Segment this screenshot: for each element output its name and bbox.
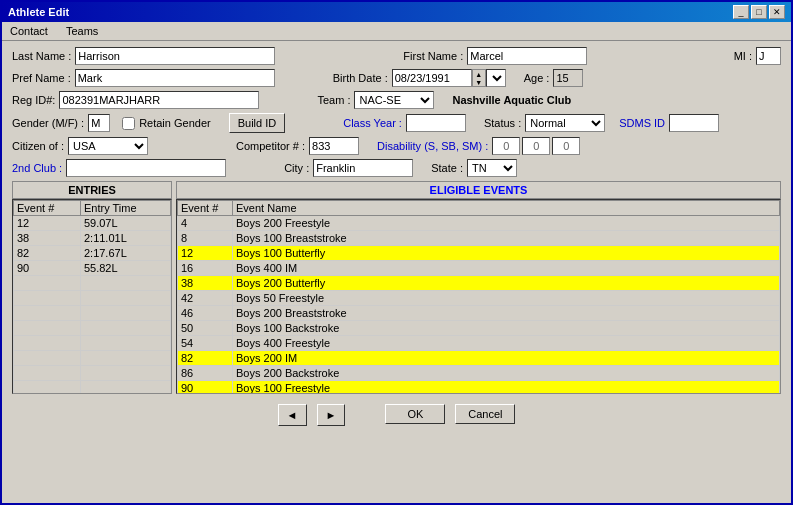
maximize-button[interactable]: □: [751, 5, 767, 19]
empty-event-cell: [14, 366, 81, 381]
table-row[interactable]: 82Boys 200 IM: [178, 351, 780, 366]
table-row[interactable]: 46Boys 200 Breaststroke: [178, 306, 780, 321]
table-row: [14, 276, 171, 291]
table-row: [14, 366, 171, 381]
empty-time-cell: [80, 351, 170, 366]
retain-gender-label: Retain Gender: [139, 117, 211, 129]
events-title: ELIGIBLE EVENTS: [176, 181, 781, 199]
close-button[interactable]: ✕: [769, 5, 785, 19]
gender-input[interactable]: [88, 114, 110, 132]
menu-contact[interactable]: Contact: [6, 24, 52, 38]
eligible-event-num-cell: 42: [178, 291, 233, 306]
birth-date-input[interactable]: [392, 69, 472, 87]
eligible-event-name-cell: Boys 100 Backstroke: [233, 321, 780, 336]
disability-label[interactable]: Disability (S, SB, SM) :: [377, 140, 488, 152]
eligible-event-name-cell: Boys 100 Freestyle: [233, 381, 780, 395]
table-row[interactable]: 4Boys 200 Freestyle: [178, 216, 780, 231]
team-select[interactable]: NAC-SE: [354, 91, 434, 109]
empty-time-cell: [80, 276, 170, 291]
entries-table-scroll[interactable]: Event # Entry Time 1259.07L382:11.01L822…: [12, 199, 172, 394]
eligible-event-name-cell: Boys 200 IM: [233, 351, 780, 366]
table-row[interactable]: 12Boys 100 Butterfly: [178, 246, 780, 261]
window-title: Athlete Edit: [8, 6, 69, 18]
eligible-event-name-cell: Boys 200 Butterfly: [233, 276, 780, 291]
table-row[interactable]: 822:17.67L: [14, 246, 171, 261]
eligible-event-name-cell: Boys 50 Freestyle: [233, 291, 780, 306]
citizen-competitor-row: Citizen of : USA Competitor # : Disabili…: [12, 137, 781, 155]
disability-s-input[interactable]: [492, 137, 520, 155]
club-city-row: 2nd Club : City : State : TN: [12, 159, 781, 177]
birth-date-down[interactable]: ▼: [473, 78, 485, 86]
disability-sb-input[interactable]: [522, 137, 550, 155]
reg-id-input[interactable]: [59, 91, 259, 109]
class-year-link[interactable]: Class Year :: [343, 117, 402, 129]
table-row[interactable]: 42Boys 50 Freestyle: [178, 291, 780, 306]
table-row[interactable]: 8Boys 100 Breaststroke: [178, 231, 780, 246]
events-table-scroll[interactable]: Event # Event Name 4Boys 200 Freestyle8B…: [176, 199, 781, 394]
retain-gender-checkbox[interactable]: [122, 117, 135, 130]
eligible-event-num-cell: 8: [178, 231, 233, 246]
age-label: Age :: [524, 72, 550, 84]
events-col-event: Event #: [178, 201, 233, 216]
empty-event-cell: [14, 381, 81, 395]
last-name-input[interactable]: [75, 47, 275, 65]
pref-birth-row: Pref Name : Birth Date : ▲ ▼ Age : 15: [12, 69, 781, 87]
eligible-event-num-cell: 4: [178, 216, 233, 231]
empty-time-cell: [80, 336, 170, 351]
eligible-event-name-cell: Boys 400 IM: [233, 261, 780, 276]
competitor-input[interactable]: [309, 137, 359, 155]
citizen-label: Citizen of :: [12, 140, 64, 152]
sdms-input[interactable]: [669, 114, 719, 132]
sdms-label[interactable]: SDMS ID: [619, 117, 665, 129]
eligible-event-num-cell: 50: [178, 321, 233, 336]
entry-event-cell: 12: [14, 216, 81, 231]
gender-label: Gender (M/F) :: [12, 117, 84, 129]
birth-date-select[interactable]: [486, 69, 506, 87]
table-row[interactable]: 50Boys 100 Backstroke: [178, 321, 780, 336]
eligible-event-name-cell: Boys 400 Freestyle: [233, 336, 780, 351]
eligible-event-num-cell: 46: [178, 306, 233, 321]
class-year-input[interactable]: [406, 114, 466, 132]
entry-time-cell: 2:17.67L: [80, 246, 170, 261]
empty-time-cell: [80, 381, 170, 395]
events-col-name: Event Name: [233, 201, 780, 216]
table-row[interactable]: 382:11.01L: [14, 231, 171, 246]
forward-button[interactable]: ►: [317, 404, 346, 426]
eligible-event-num-cell: 16: [178, 261, 233, 276]
second-club-link[interactable]: 2nd Club :: [12, 162, 62, 174]
disability-sm-input[interactable]: [552, 137, 580, 155]
entry-time-cell: 55.82L: [80, 261, 170, 276]
birth-date-up[interactable]: ▲: [473, 70, 485, 78]
minimize-button[interactable]: _: [733, 5, 749, 19]
mi-input[interactable]: [756, 47, 781, 65]
entries-col-time: Entry Time: [80, 201, 170, 216]
last-name-label: Last Name :: [12, 50, 71, 62]
events-table: Event # Event Name 4Boys 200 Freestyle8B…: [177, 200, 780, 394]
table-row[interactable]: 54Boys 400 Freestyle: [178, 336, 780, 351]
first-name-input[interactable]: [467, 47, 587, 65]
menu-teams[interactable]: Teams: [62, 24, 102, 38]
ok-button[interactable]: OK: [385, 404, 445, 424]
competitor-label: Competitor # :: [236, 140, 305, 152]
menu-bar: Contact Teams: [2, 22, 791, 41]
pref-name-input[interactable]: [75, 69, 275, 87]
disability-inputs: [492, 137, 580, 155]
status-select[interactable]: Normal Inactive Foreign: [525, 114, 605, 132]
table-row[interactable]: 90Boys 100 Freestyle: [178, 381, 780, 395]
table-row[interactable]: 38Boys 200 Butterfly: [178, 276, 780, 291]
table-row[interactable]: 9055.82L: [14, 261, 171, 276]
eligible-event-name-cell: Boys 100 Breaststroke: [233, 231, 780, 246]
table-row: [14, 351, 171, 366]
eligible-event-name-cell: Boys 200 Breaststroke: [233, 306, 780, 321]
state-select[interactable]: TN: [467, 159, 517, 177]
city-input[interactable]: [313, 159, 413, 177]
table-row[interactable]: 1259.07L: [14, 216, 171, 231]
citizen-select[interactable]: USA: [68, 137, 148, 155]
table-row[interactable]: 86Boys 200 Backstroke: [178, 366, 780, 381]
build-id-button[interactable]: Build ID: [229, 113, 286, 133]
table-row[interactable]: 16Boys 400 IM: [178, 261, 780, 276]
back-button[interactable]: ◄: [278, 404, 307, 426]
cancel-button[interactable]: Cancel: [455, 404, 515, 424]
empty-event-cell: [14, 321, 81, 336]
second-club-input[interactable]: [66, 159, 226, 177]
